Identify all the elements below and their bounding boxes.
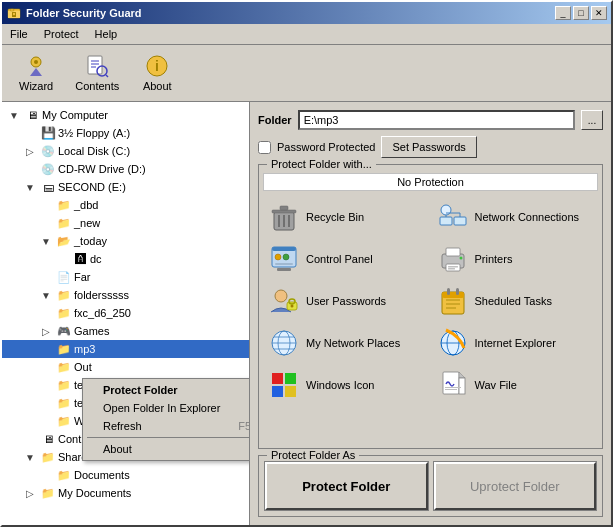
tree-label: mp3 [74,343,95,355]
refresh-shortcut: F5 [238,420,250,432]
ctx-open-explorer[interactable]: Open Folder In Explorer [83,399,250,417]
svg-rect-38 [448,268,455,270]
tree-item-fxc[interactable]: ▷ 📁 fxc_d6_250 [2,304,249,322]
tree-item-mp3[interactable]: ▷ 📁 mp3 [2,340,249,358]
prot-label: User Passwords [306,295,386,307]
context-menu-separator [87,437,250,438]
tree-item-games[interactable]: ▷ 🎮 Games [2,322,249,340]
tree-item-my-documents[interactable]: ▷ 📁 My Documents [2,484,249,502]
svg-rect-62 [285,386,296,397]
wav-file-icon [437,369,469,401]
prot-internet-explorer[interactable]: Internet Explorer [432,323,599,363]
ctx-about[interactable]: About [83,440,250,458]
prot-label: Windows Icon [306,379,374,391]
folder-input[interactable] [298,110,575,130]
tree-label: My Computer [42,109,108,121]
tree-item-second-e[interactable]: ▼ 🖴 SECOND (E:) [2,178,249,196]
tree-label: Local Disk (C:) [58,145,130,157]
user-passwords-icon [268,285,300,317]
menu-protect[interactable]: Protect [36,26,87,42]
tree-item-new[interactable]: ▷ 📁 _new [2,214,249,232]
expand-icon[interactable]: ▼ [22,179,38,195]
expand-icon[interactable]: ▷ [38,323,54,339]
maximize-button[interactable]: □ [573,6,589,20]
prot-my-network-places[interactable]: My Network Places [263,323,430,363]
password-checkbox[interactable] [258,141,271,154]
tree-label: My Documents [58,487,131,499]
expand-icon: ▷ [38,359,54,375]
prot-network-connections[interactable]: Network Connections [432,197,599,237]
tree-item-my-computer[interactable]: ▼ 🖥 My Computer [2,106,249,124]
minimize-button[interactable]: _ [555,6,571,20]
prot-printers[interactable]: Printers [432,239,599,279]
file-icon: 📄 [56,269,72,285]
harddisk2-icon: 🖴 [40,179,56,195]
windows-icon [268,369,300,401]
set-passwords-button[interactable]: Set Passwords [381,136,476,158]
expand-icon[interactable]: ▼ [38,233,54,249]
uprotect-folder-button: Uprotect Folder [434,462,597,510]
protect-folder-button[interactable]: Protect Folder [265,462,428,510]
contents-button[interactable]: Contents [66,49,128,97]
tree-item-out[interactable]: ▷ 📁 Out [2,358,249,376]
prot-wav-file[interactable]: Wav File [432,365,599,405]
prot-user-passwords[interactable]: User Passwords [263,281,430,321]
about-button[interactable]: i About [132,49,182,97]
svg-rect-32 [275,263,293,265]
expand-icon[interactable]: ▷ [22,485,38,501]
ctx-refresh[interactable]: Refresh F5 [83,417,250,435]
prot-scheduled-tasks[interactable]: Sheduled Tasks [432,281,599,321]
expand-icon[interactable]: ▼ [6,107,22,123]
tree-item-dbd[interactable]: ▷ 📁 _dbd [2,196,249,214]
close-button[interactable]: ✕ [591,6,607,20]
expand-icon: ▷ [38,197,54,213]
expand-icon[interactable]: ▼ [38,287,54,303]
menu-help[interactable]: Help [87,26,126,42]
protect-group: Protect Folder with... No Protection [258,164,603,449]
prot-label: My Network Places [306,337,400,349]
printers-icon [437,243,469,275]
folder-icon: 📁 [56,341,72,357]
svg-rect-60 [285,373,296,384]
tree-item-today[interactable]: ▼ 📂 _today [2,232,249,250]
cdrom-icon: 💿 [40,161,56,177]
tree-label: foldersssss [74,289,129,301]
browse-button[interactable]: ... [581,110,603,130]
tree-item-floppy[interactable]: ▷ 💾 3½ Floppy (A:) [2,124,249,142]
about-label: About [143,80,172,92]
games-icon: 🎮 [56,323,72,339]
folder-icon: 📁 [56,395,72,411]
svg-rect-37 [448,266,458,268]
svg-point-4 [13,13,15,15]
app-icon [6,5,22,21]
svg-marker-6 [30,68,42,76]
tree-item-dc[interactable]: ▷ 🅰 dc [2,250,249,268]
expand-icon[interactable]: ▼ [22,449,38,465]
folder-icon: 📁 [56,377,72,393]
my-network-places-icon [268,327,300,359]
folder-row: Folder ... [258,110,603,130]
svg-rect-8 [88,56,102,74]
folder-tree[interactable]: ▼ 🖥 My Computer ▷ 💾 3½ Floppy (A:) ▷ 💿 L… [2,102,250,525]
tree-item-documents[interactable]: ▷ 📁 Documents [2,466,249,484]
tree-item-foldersssss[interactable]: ▼ 📁 foldersssss [2,286,249,304]
expand-icon: ▷ [38,305,54,321]
prot-windows-icon[interactable]: Windows Icon [263,365,430,405]
expand-icon: ▷ [38,413,54,429]
expand-icon[interactable]: ▷ [22,143,38,159]
password-label: Password Protected [277,141,375,153]
tree-item-local-disk-c[interactable]: ▷ 💿 Local Disk (C:) [2,142,249,160]
wizard-button[interactable]: Wizard [10,49,62,97]
prot-recycle-bin[interactable]: Recycle Bin [263,197,430,237]
context-menu: Protect Folder Open Folder In Explorer R… [82,378,250,461]
computer-icon: 🖥 [24,107,40,123]
recycle-bin-icon [268,201,300,233]
tree-item-far[interactable]: ▷ 📄 Far [2,268,249,286]
tree-item-cdrw[interactable]: ▷ 💿 CD-RW Drive (D:) [2,160,249,178]
ctx-protect-folder[interactable]: Protect Folder [83,381,250,399]
svg-point-7 [34,60,38,64]
prot-control-panel[interactable]: Control Panel [263,239,430,279]
protection-grid: Recycle Bin [263,197,598,405]
menu-file[interactable]: File [2,26,36,42]
expand-icon: ▷ [22,431,38,447]
